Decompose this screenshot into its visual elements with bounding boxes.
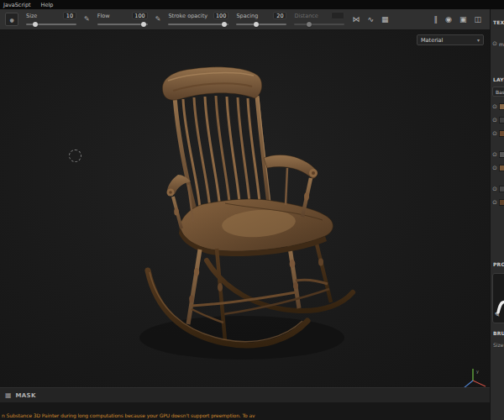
stroke-opacity-control[interactable]: Stroke opacity 100 (168, 11, 228, 28)
pause-icon[interactable]: ‖ (434, 16, 438, 24)
brush-flow-control[interactable]: Flow 100 (97, 11, 148, 28)
brush-cursor (69, 150, 81, 162)
stroke-opacity-slider[interactable] (168, 21, 228, 28)
texture-set-list-title: TEXTURE SET LIST (493, 19, 504, 25)
gpu-warning-text: n Substance 3D Painter during long compu… (2, 412, 255, 418)
brush-section-title: BRUSH (493, 330, 504, 336)
layer-row[interactable]: ⊙ (492, 184, 504, 194)
eye-icon[interactable]: ⊙ (492, 152, 497, 158)
channel-filter-label: Base color (496, 89, 504, 95)
eye-icon[interactable]: ⊙ (492, 41, 497, 47)
size-slider[interactable] (26, 21, 76, 28)
texture-set-name: material (499, 41, 504, 47)
eye-icon[interactable]: ⊙ (492, 200, 497, 206)
channel-filter-select[interactable]: Base color ▾ (492, 87, 504, 97)
layer-thumbnail (499, 130, 504, 137)
material-mode-label: Material (421, 37, 443, 44)
right-dock-panel: TEXTURE SET LIST ⊙ material LAYERS Base … (490, 9, 504, 420)
spacing-value[interactable]: 20 (273, 12, 286, 19)
layer-row[interactable]: ⊙ (492, 129, 504, 139)
material-mode-select[interactable]: Material ▾ (417, 34, 484, 45)
menu-bar: JavaScript Help (0, 0, 504, 9)
distance-label: Distance (294, 13, 318, 19)
layer-thumbnail (499, 103, 504, 110)
layer-thumbnail (499, 186, 504, 192)
grid-snap-icon[interactable]: ▦ (381, 16, 389, 24)
lazy-mouse-icon[interactable]: ∿ (367, 16, 374, 24)
size-label: Size (26, 13, 37, 19)
stroke-opacity-value[interactable]: 100 (213, 12, 228, 19)
spacing-slider[interactable] (236, 21, 286, 28)
brush-size-control[interactable]: Size 10 (26, 11, 76, 28)
flow-pressure-icon[interactable]: ✎ (155, 16, 161, 23)
layer-thumbnail (499, 199, 504, 206)
layer-thumbnail (499, 165, 504, 171)
distance-slider (294, 21, 344, 28)
axis-gizmo[interactable]: y x z (462, 366, 490, 387)
chevron-down-icon: ▾ (477, 37, 480, 43)
flow-value[interactable]: 100 (132, 12, 147, 19)
flow-slider[interactable] (97, 21, 148, 28)
flow-label: Flow (97, 13, 110, 19)
brush-stroke-preview[interactable]: ✎ (492, 273, 504, 323)
size-value[interactable]: 10 (63, 12, 76, 19)
workspace-layout-icon[interactable]: ◫ (474, 16, 481, 24)
symmetry-icon[interactable]: ⋈ (352, 16, 360, 24)
status-bar: n Substance 3D Painter during long compu… (0, 402, 490, 420)
layer-row[interactable]: ⊙ (492, 150, 504, 160)
eye-icon[interactable]: ⊙ (492, 186, 497, 192)
brush-toolbar: ● Size 10 ✎ Flow 100 ✎ Stroke opacity 10… (0, 9, 490, 30)
distance-control: Distance (294, 11, 344, 28)
axis-y-label: y (476, 369, 479, 375)
spacing-label: Spacing (236, 13, 258, 19)
brush-pen-icon[interactable]: ✎ (495, 312, 500, 318)
brush-alpha-icon: ● (9, 17, 13, 23)
layers-title: LAYERS (493, 76, 504, 82)
substance-painter-window: JavaScript Help ● Size 10 ✎ Flow 100 ✎ S… (0, 0, 504, 420)
mask-toggle-bar[interactable]: ▦ MASK (0, 387, 490, 402)
rocking-chair-3d-model (124, 60, 376, 371)
brush-alpha-preview[interactable]: ● (5, 13, 18, 26)
properties-title: PROPERTIES (493, 261, 504, 267)
layer-row[interactable]: ⊙ (492, 115, 504, 125)
menu-javascript[interactable]: JavaScript (3, 2, 31, 8)
eye-icon[interactable]: ⊙ (492, 118, 497, 123)
menu-help[interactable]: Help (41, 2, 54, 8)
eye-icon[interactable]: ⊙ (492, 165, 497, 171)
viewport-3d[interactable]: Material ▾ y x z (0, 30, 490, 387)
texture-set-item[interactable]: ⊙ material (492, 41, 504, 47)
distance-value (331, 12, 344, 19)
layer-thumbnail (499, 117, 504, 123)
layer-list: ⊙⊙⊙⊙⊙⊙⊙ (491, 98, 504, 207)
brush-size-param-label: Size (493, 342, 503, 348)
layer-row[interactable]: ⊙ (492, 163, 504, 173)
eye-icon[interactable]: ⊙ (492, 131, 497, 137)
mask-label: MASK (16, 392, 36, 399)
eye-icon[interactable]: ⊙ (492, 104, 497, 110)
layer-row[interactable]: ⊙ (492, 197, 504, 207)
record-icon[interactable]: ◉ (445, 16, 452, 24)
spacing-control[interactable]: Spacing 20 (236, 11, 286, 28)
checkerboard-icon: ▦ (5, 392, 12, 399)
size-pressure-icon[interactable]: ✎ (84, 16, 90, 23)
layer-row[interactable]: ⊙ (492, 102, 504, 112)
layer-thumbnail (499, 151, 504, 158)
display-settings-icon[interactable]: ▣ (459, 16, 467, 24)
stroke-opacity-label: Stroke opacity (168, 13, 207, 19)
